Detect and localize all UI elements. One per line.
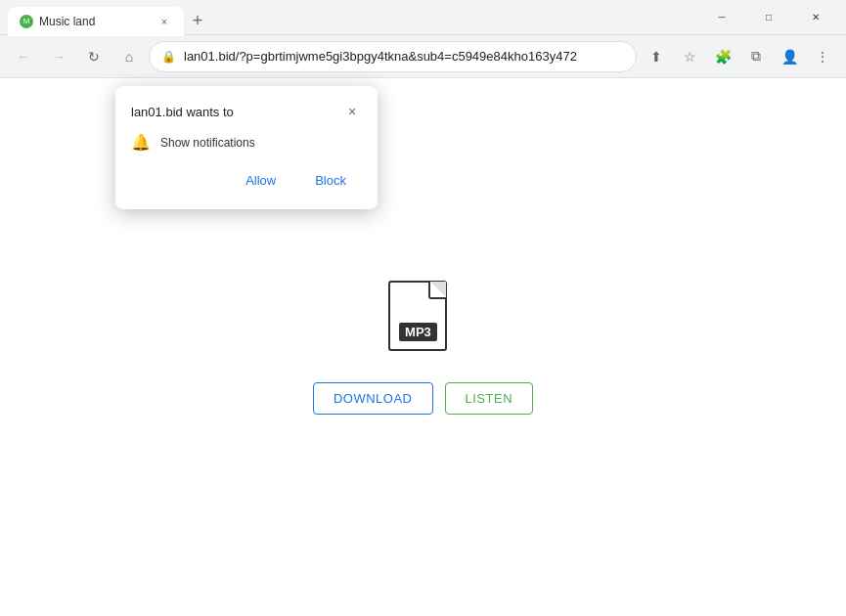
refresh-button[interactable]: ↻ (78, 41, 110, 72)
mp3-file-icon: MP3 (388, 281, 457, 359)
mp3-file-shape: MP3 (388, 281, 447, 351)
lock-icon: 🔒 (161, 50, 176, 64)
nav-actions: ⬆ ☆ 🧩 ⧉ 👤 ⋮ (641, 41, 838, 72)
browser-window: M Music land × + ─ □ ✕ ← → ↻ ⌂ 🔒 lan01.b… (0, 0, 846, 616)
home-button[interactable]: ⌂ (113, 41, 145, 72)
download-button[interactable]: DOWNLOAD (313, 382, 433, 415)
split-button[interactable]: ⧉ (740, 41, 772, 72)
share-button[interactable]: ⬆ (641, 41, 672, 72)
new-tab-button[interactable]: + (184, 8, 211, 35)
notification-popup: lan01.bid wants to × 🔔 Show notification… (115, 86, 378, 209)
profile-button[interactable]: 👤 (774, 41, 805, 72)
menu-button[interactable]: ⋮ (807, 41, 838, 72)
allow-button[interactable]: Allow (230, 167, 291, 194)
window-controls: ─ □ ✕ (691, 0, 838, 35)
back-button[interactable]: ← (8, 41, 39, 72)
tab-bar: M Music land × + (8, 0, 691, 35)
popup-title: lan01.bid wants to (131, 105, 234, 119)
tab-close-button[interactable]: × (156, 14, 172, 29)
active-tab[interactable]: M Music land × (8, 7, 184, 36)
maximize-button[interactable]: □ (746, 0, 791, 35)
notification-label: Show notifications (160, 136, 255, 150)
tab-title: Music land (39, 15, 151, 28)
page-content: lan01.bid wants to × 🔔 Show notification… (0, 78, 846, 616)
mp3-container: MP3 DOWNLOAD LISTEN (313, 281, 533, 415)
close-button[interactable]: ✕ (793, 0, 838, 35)
address-text: lan01.bid/?p=gbrtimjwme5gi3bpgy4tkna&sub… (184, 49, 624, 64)
title-bar: M Music land × + ─ □ ✕ (0, 0, 846, 35)
extensions-button[interactable]: 🧩 (707, 41, 738, 72)
listen-button[interactable]: LISTEN (445, 382, 534, 415)
forward-button[interactable]: → (43, 41, 74, 72)
page-buttons: DOWNLOAD LISTEN (313, 382, 533, 415)
address-bar[interactable]: 🔒 lan01.bid/?p=gbrtimjwme5gi3bpgy4tkna&s… (149, 41, 637, 72)
popup-actions: Allow Block (131, 167, 362, 194)
popup-close-button[interactable]: × (342, 102, 362, 121)
popup-header: lan01.bid wants to × (131, 102, 362, 121)
bell-icon: 🔔 (131, 133, 151, 152)
bookmark-button[interactable]: ☆ (674, 41, 705, 72)
tab-favicon: M (20, 15, 33, 28)
mp3-label: MP3 (399, 323, 437, 341)
notification-item: 🔔 Show notifications (131, 133, 362, 152)
block-button[interactable]: Block (299, 167, 362, 194)
nav-bar: ← → ↻ ⌂ 🔒 lan01.bid/?p=gbrtimjwme5gi3bpg… (0, 35, 846, 78)
minimize-button[interactable]: ─ (699, 0, 744, 35)
